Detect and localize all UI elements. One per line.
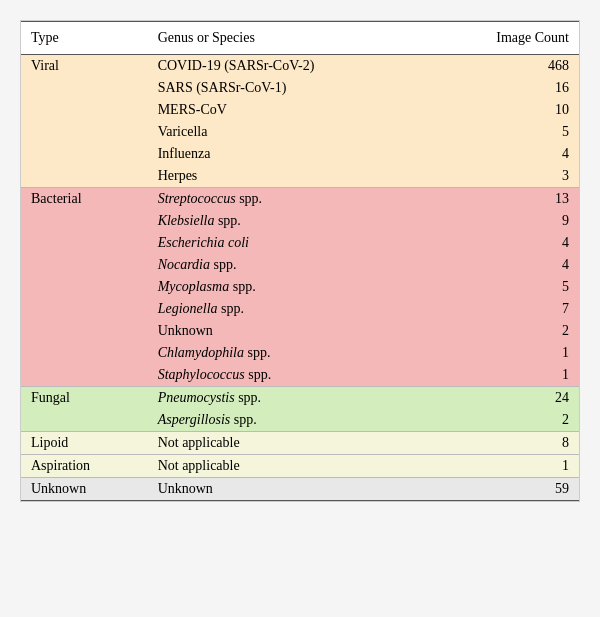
type-cell — [21, 143, 148, 165]
species-cell: Herpes — [148, 165, 431, 188]
count-cell: 1 — [431, 455, 579, 478]
species-cell: Aspergillosis spp. — [148, 409, 431, 432]
count-cell: 9 — [431, 210, 579, 232]
table-row: Escherichia coli4 — [21, 232, 579, 254]
count-cell: 3 — [431, 165, 579, 188]
species-cell: Varicella — [148, 121, 431, 143]
species-cell: Chlamydophila spp. — [148, 342, 431, 364]
count-cell: 10 — [431, 99, 579, 121]
data-table: Type Genus or Species Image Count ViralC… — [20, 20, 580, 502]
type-cell: Viral — [21, 55, 148, 78]
count-cell: 7 — [431, 298, 579, 320]
type-cell — [21, 165, 148, 188]
table-row: BacterialStreptococcus spp.13 — [21, 188, 579, 211]
count-cell: 5 — [431, 121, 579, 143]
type-cell — [21, 276, 148, 298]
count-column-header: Image Count — [431, 22, 579, 55]
table-row: AspirationNot applicable1 — [21, 455, 579, 478]
table-row: Influenza4 — [21, 143, 579, 165]
species-cell: MERS-CoV — [148, 99, 431, 121]
table-row: Varicella5 — [21, 121, 579, 143]
type-cell: Lipoid — [21, 432, 148, 455]
count-cell: 4 — [431, 232, 579, 254]
table-row: ViralCOVID-19 (SARSr-CoV-2)468 — [21, 55, 579, 78]
count-cell: 5 — [431, 276, 579, 298]
type-cell — [21, 342, 148, 364]
type-cell — [21, 121, 148, 143]
count-cell: 4 — [431, 143, 579, 165]
species-cell: Not applicable — [148, 432, 431, 455]
count-cell: 16 — [431, 77, 579, 99]
species-cell: Unknown — [148, 320, 431, 342]
table-header-row: Type Genus or Species Image Count — [21, 22, 579, 55]
count-cell: 2 — [431, 409, 579, 432]
table-row: Unknown2 — [21, 320, 579, 342]
type-cell — [21, 409, 148, 432]
type-cell: Bacterial — [21, 188, 148, 211]
species-cell: Pneumocystis spp. — [148, 387, 431, 410]
type-cell — [21, 77, 148, 99]
table-row: Herpes3 — [21, 165, 579, 188]
species-column-header: Genus or Species — [148, 22, 431, 55]
species-cell: Not applicable — [148, 455, 431, 478]
count-cell: 1 — [431, 342, 579, 364]
table-row: UnknownUnknown59 — [21, 478, 579, 501]
table-row: FungalPneumocystis spp.24 — [21, 387, 579, 410]
table-row: Klebsiella spp.9 — [21, 210, 579, 232]
table-row: Chlamydophila spp.1 — [21, 342, 579, 364]
species-cell: Legionella spp. — [148, 298, 431, 320]
species-cell: Unknown — [148, 478, 431, 501]
species-cell: Klebsiella spp. — [148, 210, 431, 232]
type-cell — [21, 232, 148, 254]
type-cell: Aspiration — [21, 455, 148, 478]
table-row: LipoidNot applicable8 — [21, 432, 579, 455]
table-row: Legionella spp.7 — [21, 298, 579, 320]
species-cell: Nocardia spp. — [148, 254, 431, 276]
species-cell: SARS (SARSr-CoV-1) — [148, 77, 431, 99]
count-cell: 4 — [431, 254, 579, 276]
species-cell: Influenza — [148, 143, 431, 165]
type-cell — [21, 99, 148, 121]
table-row: Aspergillosis spp.2 — [21, 409, 579, 432]
species-cell: Escherichia coli — [148, 232, 431, 254]
species-cell: COVID-19 (SARSr-CoV-2) — [148, 55, 431, 78]
count-cell: 8 — [431, 432, 579, 455]
table-row: Mycoplasma spp.5 — [21, 276, 579, 298]
species-cell: Staphylococcus spp. — [148, 364, 431, 387]
table-row: Nocardia spp.4 — [21, 254, 579, 276]
species-cell: Streptococcus spp. — [148, 188, 431, 211]
type-cell: Unknown — [21, 478, 148, 501]
type-cell: Fungal — [21, 387, 148, 410]
type-cell — [21, 210, 148, 232]
table-row: MERS-CoV10 — [21, 99, 579, 121]
count-cell: 13 — [431, 188, 579, 211]
table-row: SARS (SARSr-CoV-1)16 — [21, 77, 579, 99]
table-row: Staphylococcus spp.1 — [21, 364, 579, 387]
count-cell: 24 — [431, 387, 579, 410]
count-cell: 1 — [431, 364, 579, 387]
type-cell — [21, 254, 148, 276]
count-cell: 2 — [431, 320, 579, 342]
type-column-header: Type — [21, 22, 148, 55]
type-cell — [21, 320, 148, 342]
count-cell: 468 — [431, 55, 579, 78]
species-cell: Mycoplasma spp. — [148, 276, 431, 298]
count-cell: 59 — [431, 478, 579, 501]
type-cell — [21, 364, 148, 387]
type-cell — [21, 298, 148, 320]
